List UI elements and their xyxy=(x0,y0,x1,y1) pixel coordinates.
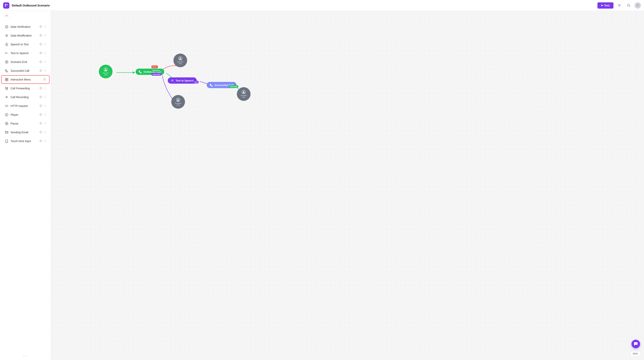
sidebar-speech-to-text-drag[interactable]: ⠿ xyxy=(44,43,46,46)
svg-rect-20 xyxy=(7,78,8,79)
sidebar-item-player[interactable]: Player ⠿ xyxy=(1,110,50,119)
svg-point-51 xyxy=(243,91,244,92)
sidebar-data-modification-label: Data Modification xyxy=(10,34,38,37)
badge-error: Error xyxy=(151,65,158,68)
sidebar-http-request-info[interactable] xyxy=(39,104,42,108)
sidebar-item-http-request[interactable]: HTTP-request ⠿ xyxy=(1,102,50,110)
sidebar-successful-call-drag[interactable]: ⠿ xyxy=(44,69,46,72)
sidebar-successful-call-info[interactable] xyxy=(39,69,42,72)
scenario-end-bottom-circle: ScenarioEnd xyxy=(171,95,185,109)
svg-point-11 xyxy=(6,35,7,36)
node-text-to-speech[interactable]: Text to Speech Out xyxy=(168,77,197,84)
sidebar-scenario-end-label: Scenario End xyxy=(10,60,38,63)
sidebar-http-request-drag[interactable]: ⠿ xyxy=(44,104,46,108)
sidebar-item-call-recording[interactable]: Call Recording ⠿ xyxy=(1,93,50,101)
sidebar-data-verification-icon xyxy=(5,25,8,29)
sidebar-player-info[interactable] xyxy=(39,113,42,117)
sidebar-data-verification-drag[interactable]: ⠿ xyxy=(44,25,46,28)
sidebar-more-button[interactable]: ... xyxy=(0,349,51,360)
sidebar-item-data-verification[interactable]: Data Verification ⠿ xyxy=(1,22,50,31)
sidebar-sending-email-info[interactable] xyxy=(39,131,42,134)
sidebar-call-forwarding-label: Call Forwarding xyxy=(10,87,38,90)
sidebar-text-to-speech-icon xyxy=(5,51,8,55)
svg-point-26 xyxy=(6,97,7,98)
sidebar-items-list: Data Verification ⠿ Data Modification ⠿ … xyxy=(0,21,51,349)
sidebar-speech-to-text-info[interactable] xyxy=(39,43,42,46)
sidebar-item-data-modification[interactable]: Data Modification ⠿ xyxy=(1,31,50,40)
svg-point-9 xyxy=(5,25,8,28)
sidebar-item-text-to-speech[interactable]: Text to Speech ⠿ xyxy=(1,49,50,57)
sidebar-item-speech-to-text[interactable]: Speech to Text ⠿ xyxy=(1,40,50,49)
sidebar-data-modification-icon xyxy=(5,34,8,37)
sidebar-pause-drag[interactable]: ⠿ xyxy=(44,122,46,125)
chat-button[interactable] xyxy=(632,340,640,348)
sidebar-sending-email-drag[interactable]: ⠿ xyxy=(44,131,46,134)
svg-rect-35 xyxy=(5,131,8,133)
sidebar-speech-to-text-icon xyxy=(5,42,8,46)
sidebar-data-modification-drag[interactable]: ⠿ xyxy=(44,34,46,37)
filter-button[interactable] xyxy=(616,2,623,9)
svg-point-46 xyxy=(178,57,182,60)
sidebar-pause-info[interactable] xyxy=(39,122,42,125)
sidebar-touch-tone-input-info[interactable] xyxy=(39,140,42,143)
sidebar-call-recording-icon xyxy=(5,95,8,99)
svg-rect-33 xyxy=(7,123,7,124)
sidebar-speech-to-text-label: Speech to Text xyxy=(10,43,38,46)
avatar[interactable] xyxy=(634,2,641,8)
svg-rect-19 xyxy=(5,78,6,79)
badge-success: Success xyxy=(151,69,161,72)
sidebar-item-scenario-end[interactable]: Scenario End ⠿ xyxy=(1,58,50,66)
sidebar-call-recording-drag[interactable]: ⠿ xyxy=(44,96,46,99)
svg-point-48 xyxy=(176,98,180,102)
sidebar-item-sending-email[interactable]: Sending Email ⠿ xyxy=(1,128,50,137)
sidebar-scenario-end-info[interactable] xyxy=(39,60,42,64)
node-successful-call[interactable]: Successful Call Success xyxy=(207,82,236,88)
sidebar-item-call-forwarding[interactable]: Call Forwarding ⠿ xyxy=(1,84,50,93)
scenario-end-right-circle: ScenarioEnd xyxy=(237,87,250,101)
sidebar-scenario-end-icon xyxy=(5,60,8,64)
sidebar-data-modification-info[interactable] xyxy=(39,34,42,37)
sidebar-touch-tone-input-drag[interactable]: ⠿ xyxy=(44,140,46,143)
search-button[interactable] xyxy=(625,2,632,9)
sidebar-text-to-speech-drag[interactable]: ⠿ xyxy=(44,52,46,55)
main-layout: >< Data Verification ⠿ Data Modification… xyxy=(0,11,644,360)
sidebar-call-forwarding-info[interactable] xyxy=(39,87,42,90)
sidebar-collapse-button[interactable]: >< xyxy=(3,13,10,18)
sidebar-player-drag[interactable]: ⠿ xyxy=(44,113,46,116)
node-scenario-end-right[interactable]: ScenarioEnd xyxy=(237,87,250,101)
svg-rect-0 xyxy=(5,4,6,5)
sidebar-pause-icon xyxy=(5,122,8,126)
test-button[interactable]: Test xyxy=(598,2,614,8)
sidebar-scenario-end-drag[interactable]: ⠿ xyxy=(44,60,46,63)
svg-point-44 xyxy=(104,68,108,71)
node-scenario-end-top[interactable]: ScenarioEnd xyxy=(174,53,187,67)
badge-out: Out xyxy=(193,81,199,83)
zoom-indicator: 60% xyxy=(631,351,640,356)
sidebar-text-to-speech-info[interactable] xyxy=(39,52,42,55)
node-outbound-call[interactable]: Outbound Call Error Success Voicemail xyxy=(136,69,164,75)
flow-canvas[interactable]: ScenarioStart Outbound Call Error Succes… xyxy=(51,11,644,360)
connections-svg xyxy=(51,11,644,360)
sidebar-interactive-menu-info[interactable] xyxy=(43,78,46,81)
sidebar-data-verification-info[interactable] xyxy=(39,25,42,28)
node-scenario-end-bottom[interactable]: ScenarioEnd xyxy=(171,95,185,109)
node-scenario-start[interactable]: ScenarioStart xyxy=(99,65,112,78)
sidebar-successful-call-label: Successful Call xyxy=(10,69,38,72)
sidebar-item-interactive-menu[interactable]: Interactive Menu xyxy=(1,75,50,84)
sidebar-touch-tone-input-icon xyxy=(5,139,8,143)
sidebar-http-request-icon xyxy=(5,104,8,108)
sidebar-item-successful-call[interactable]: Successful Call ⠿ xyxy=(1,66,50,75)
sidebar-item-touch-tone-input[interactable]: Touch-tone input ⠿ xyxy=(1,137,50,145)
sidebar-http-request-label: HTTP-request xyxy=(10,104,38,108)
sidebar-pause-label: Pause xyxy=(10,122,38,125)
sidebar-data-verification-label: Data Verification xyxy=(10,25,38,28)
svg-rect-1 xyxy=(6,4,8,5)
sidebar-call-forwarding-drag[interactable]: ⠿ xyxy=(44,87,46,90)
header: Default Outbound Scenario Test xyxy=(0,0,644,11)
sidebar-sending-email-icon xyxy=(5,130,8,134)
svg-rect-21 xyxy=(5,80,6,81)
svg-point-6 xyxy=(628,4,630,6)
sidebar-call-recording-info[interactable] xyxy=(39,96,42,99)
svg-rect-13 xyxy=(6,43,7,45)
sidebar-item-pause[interactable]: Pause ⠿ xyxy=(1,119,50,128)
